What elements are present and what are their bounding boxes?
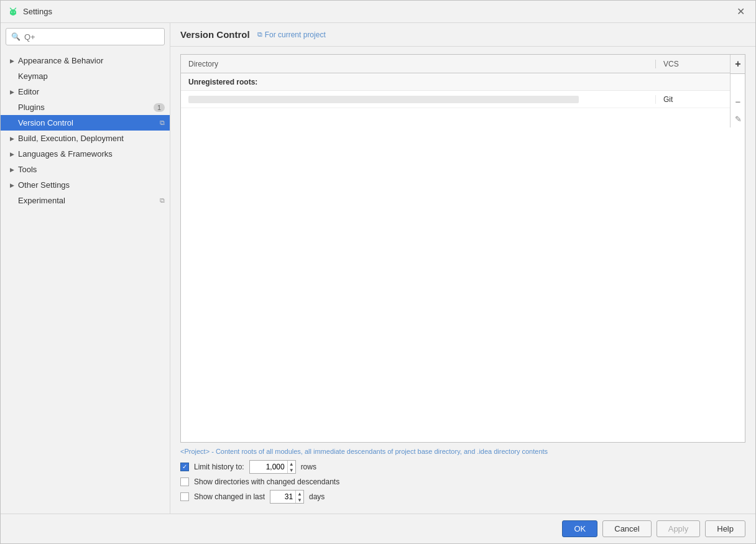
sidebar-item-label: Languages & Frameworks (18, 149, 165, 159)
option-show-directories: Show directories with changed descendant… (180, 477, 745, 486)
for-current-project-label: For current project (265, 30, 326, 39)
limit-history-spinbox[interactable]: ▲ ▼ (249, 460, 296, 474)
sidebar-item-label: Appearance & Behavior (18, 56, 165, 65)
close-button[interactable]: ✕ (733, 4, 748, 19)
settings-dialog: Settings ✕ 🔍 Appearance & Behavior Keyma… (0, 0, 756, 544)
show-directories-checkbox[interactable] (180, 477, 189, 486)
dialog-title: Settings (23, 7, 733, 16)
ok-button[interactable]: OK (562, 520, 597, 537)
sidebar-item-keymap[interactable]: Keymap (1, 68, 170, 84)
chevron-icon (8, 135, 16, 142)
show-changed-spinbox[interactable]: ▲ ▼ (270, 490, 304, 504)
for-current-project-link[interactable]: ⧉ For current project (257, 30, 326, 39)
sidebar-item-label: Plugins (18, 103, 154, 112)
sidebar-item-label: Build, Execution, Deployment (18, 134, 165, 143)
vcs-table: Directory VCS + Unregistered roots: (180, 54, 745, 443)
show-changed-label-post: days (309, 492, 325, 501)
column-directory: Directory (181, 60, 655, 68)
svg-line-3 (15, 8, 16, 9)
show-changed-input[interactable] (270, 492, 295, 501)
sidebar-item-label: Experimental (18, 196, 157, 205)
svg-point-4 (11, 11, 12, 12)
edit-button[interactable]: ✎ (731, 110, 745, 127)
spinbox-arrows: ▲ ▼ (287, 461, 295, 473)
chevron-icon (8, 150, 16, 158)
sidebar-item-tools[interactable]: Tools (1, 162, 170, 177)
options-area: Limit history to: ▲ ▼ rows (180, 460, 745, 504)
search-input[interactable] (24, 32, 159, 42)
sidebar-item-version-control[interactable]: Version Control ⧉ (1, 115, 170, 131)
sidebar-item-label: Version Control (18, 118, 157, 127)
bottom-bar: OK Cancel Apply Help (1, 514, 755, 543)
limit-history-input[interactable] (250, 463, 287, 471)
spinbox-arrows-2: ▲ ▼ (295, 491, 303, 503)
sidebar-item-languages-frameworks[interactable]: Languages & Frameworks (1, 146, 170, 162)
remove-button[interactable]: − (731, 93, 745, 110)
directory-bar (188, 96, 579, 103)
sidebar-item-label: Tools (18, 165, 165, 174)
copy-icon: ⧉ (160, 119, 165, 127)
search-box[interactable]: 🔍 (6, 28, 165, 45)
vcs-table-body: Unregistered roots: Git (181, 74, 745, 442)
sidebar-item-other-settings[interactable]: Other Settings (1, 177, 170, 193)
cancel-button[interactable]: Cancel (602, 520, 651, 537)
sidebar-item-build-execution[interactable]: Build, Execution, Deployment (1, 131, 170, 146)
sidebar-item-label: Editor (18, 87, 165, 96)
chevron-icon (8, 57, 16, 65)
sidebar-item-label: Keymap (18, 71, 165, 81)
chevron-icon (8, 182, 16, 189)
chevron-icon (8, 166, 16, 173)
sidebar-item-plugins[interactable]: Plugins 1 (1, 99, 170, 115)
option-limit-history: Limit history to: ▲ ▼ rows (180, 460, 745, 474)
directory-cell (181, 96, 655, 103)
table-row[interactable]: Git (181, 91, 730, 108)
project-note: <Project> - Content roots of all modules… (180, 448, 745, 455)
vcs-section: Unregistered roots: Git (181, 74, 745, 127)
option-show-changed: Show changed in last ▲ ▼ days (180, 490, 745, 504)
spinbox-up-2[interactable]: ▲ (296, 491, 303, 497)
column-vcs: VCS (655, 60, 730, 68)
copy-icon: ⧉ (160, 196, 165, 205)
right-panel: Version Control ⧉ For current project Di… (170, 23, 755, 514)
vcs-table-header-row: Directory VCS + (181, 55, 745, 74)
help-button[interactable]: Help (705, 520, 745, 537)
sidebar-item-editor[interactable]: Editor (1, 84, 170, 99)
show-directories-label: Show directories with changed descendant… (194, 477, 339, 486)
svg-rect-1 (10, 11, 16, 14)
title-bar: Settings ✕ (1, 1, 755, 23)
spinbox-down-2[interactable]: ▼ (296, 497, 303, 503)
sidebar-item-experimental[interactable]: Experimental ⧉ (1, 193, 170, 208)
panel-footer: <Project> - Content roots of all modules… (180, 443, 745, 506)
sidebar-item-appearance[interactable]: Appearance & Behavior (1, 53, 170, 68)
project-note-text: - Content roots of all modules, all imme… (211, 448, 548, 455)
nav-list: Appearance & Behavior Keymap Editor Plug… (1, 50, 170, 514)
panel-body: Directory VCS + Unregistered roots: (170, 47, 755, 514)
unregistered-roots-label: Unregistered roots: (181, 74, 730, 91)
search-icon: 🔍 (11, 32, 21, 41)
add-button[interactable]: + (731, 55, 745, 73)
show-changed-checkbox[interactable] (180, 492, 189, 501)
svg-line-2 (11, 8, 12, 9)
chevron-icon (8, 88, 16, 96)
vcs-section-content: Unregistered roots: Git (181, 74, 730, 127)
vcs-table-header: Directory VCS (181, 55, 730, 73)
spinbox-down[interactable]: ▼ (288, 467, 295, 473)
show-changed-label-pre: Show changed in last (194, 492, 265, 501)
apply-button[interactable]: Apply (657, 520, 701, 537)
svg-point-5 (14, 11, 15, 12)
limit-history-label-post: rows (301, 463, 316, 471)
android-icon (8, 7, 18, 17)
panel-title: Version Control (180, 29, 250, 40)
panel-header: Version Control ⧉ For current project (170, 23, 755, 47)
copy-small-icon: ⧉ (257, 30, 262, 39)
limit-history-checkbox[interactable] (180, 463, 189, 471)
main-content: 🔍 Appearance & Behavior Keymap Editor (1, 23, 755, 514)
sidebar-item-label: Other Settings (18, 180, 165, 190)
plugins-badge: 1 (154, 103, 165, 112)
vcs-header-actions: + (730, 55, 745, 74)
project-keyword: <Project> (180, 448, 210, 455)
sidebar: 🔍 Appearance & Behavior Keymap Editor (1, 23, 170, 514)
vcs-side-actions: − ✎ (730, 74, 745, 127)
vcs-cell: Git (655, 95, 730, 104)
spinbox-up[interactable]: ▲ (288, 461, 295, 467)
